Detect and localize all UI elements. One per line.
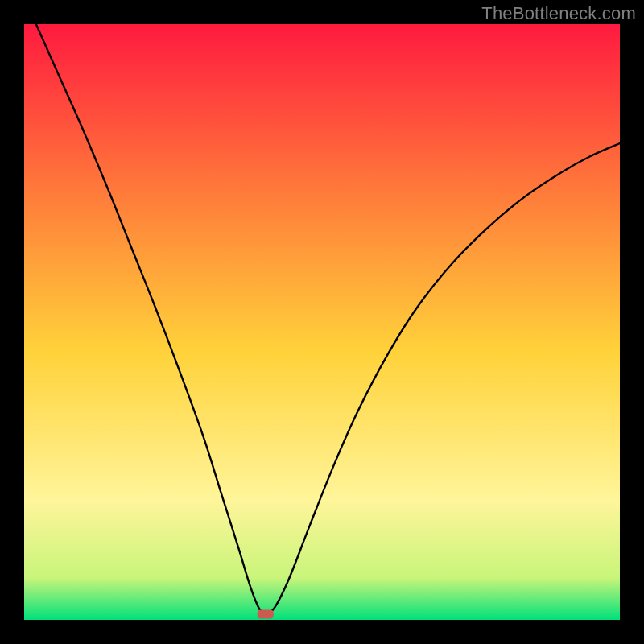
gradient-background (24, 24, 620, 620)
watermark-text: TheBottleneck.com (481, 3, 636, 24)
minimum-marker (258, 610, 274, 619)
chart-frame: TheBottleneck.com (0, 0, 644, 644)
chart-svg (24, 24, 620, 620)
plot-area (24, 24, 620, 620)
